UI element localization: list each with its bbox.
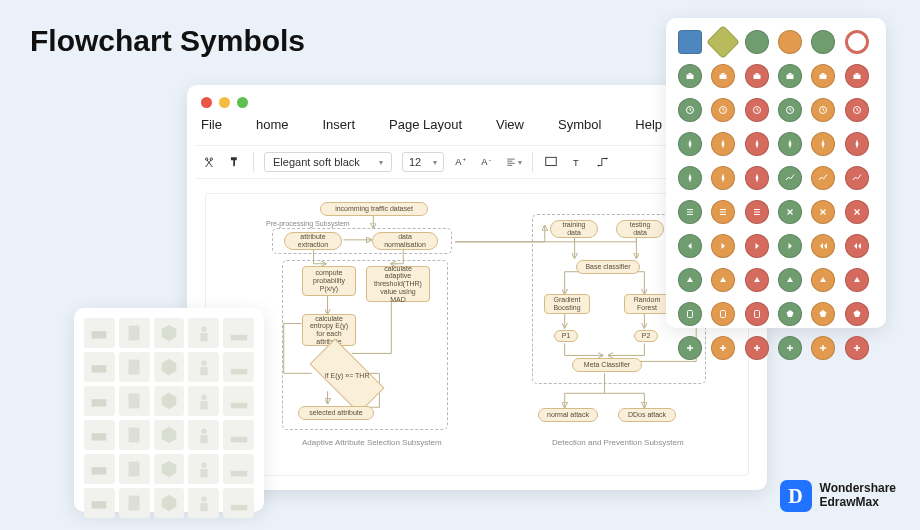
- node-p2[interactable]: P2: [634, 330, 658, 342]
- align-icon[interactable]: ▾: [506, 154, 522, 170]
- clipart-item[interactable]: [154, 454, 185, 484]
- palette-x-icon[interactable]: [811, 200, 835, 224]
- clipart-item[interactable]: [154, 386, 185, 416]
- clipart-item[interactable]: [188, 420, 219, 450]
- palette-clock-icon[interactable]: [745, 98, 769, 122]
- clipart-item[interactable]: [84, 386, 115, 416]
- node-p1[interactable]: P1: [554, 330, 578, 342]
- menu-home[interactable]: home: [256, 117, 289, 132]
- palette-tri-up-icon[interactable]: [711, 268, 735, 292]
- node-ddos[interactable]: DDos attack: [618, 408, 676, 422]
- palette-compass-icon[interactable]: [678, 132, 702, 156]
- palette-shape-circle[interactable]: [811, 30, 835, 54]
- menu-file[interactable]: File: [201, 117, 222, 132]
- palette-plus-icon[interactable]: [778, 336, 802, 360]
- clipart-item[interactable]: [84, 352, 115, 382]
- menu-view[interactable]: View: [496, 117, 524, 132]
- cut-icon[interactable]: [201, 154, 217, 170]
- menu-help[interactable]: Help: [635, 117, 662, 132]
- palette-clock-icon[interactable]: [811, 98, 835, 122]
- palette-pent-icon[interactable]: [778, 302, 802, 326]
- palette-arrow-l-icon[interactable]: [678, 234, 702, 258]
- palette-clock-icon[interactable]: [678, 98, 702, 122]
- clipart-item[interactable]: [223, 318, 254, 348]
- palette-compass-icon[interactable]: [745, 166, 769, 190]
- palette-tri-up-icon[interactable]: [778, 268, 802, 292]
- decrease-font-icon[interactable]: A-: [480, 154, 496, 170]
- palette-shape-circle[interactable]: [745, 30, 769, 54]
- clipart-item[interactable]: [119, 318, 150, 348]
- palette-trend-icon[interactable]: [845, 166, 869, 190]
- palette-shape-circle[interactable]: [778, 30, 802, 54]
- palette-pent-icon[interactable]: [811, 302, 835, 326]
- palette-briefcase-icon[interactable]: [745, 64, 769, 88]
- palette-tri-up-icon[interactable]: [745, 268, 769, 292]
- node-calc-entropy[interactable]: calculate entropy E(y) for each attribut…: [302, 314, 356, 346]
- clipart-item[interactable]: [119, 420, 150, 450]
- connector-tool-icon[interactable]: [595, 154, 611, 170]
- palette-trend-icon[interactable]: [811, 166, 835, 190]
- clipart-item[interactable]: [188, 352, 219, 382]
- window-close-button[interactable]: [201, 97, 212, 108]
- clipart-item[interactable]: [223, 420, 254, 450]
- palette-briefcase-icon[interactable]: [678, 64, 702, 88]
- palette-clock-icon[interactable]: [845, 98, 869, 122]
- palette-clip-icon[interactable]: [678, 302, 702, 326]
- format-painter-icon[interactable]: [227, 154, 243, 170]
- palette-tri-up-icon[interactable]: [678, 268, 702, 292]
- palette-clip-icon[interactable]: [711, 302, 735, 326]
- clipart-item[interactable]: [154, 318, 185, 348]
- window-minimize-button[interactable]: [219, 97, 230, 108]
- clipart-item[interactable]: [154, 488, 185, 518]
- node-rand-forest[interactable]: Random Forest: [624, 294, 670, 314]
- palette-compass-icon[interactable]: [711, 132, 735, 156]
- palette-x-icon[interactable]: [778, 200, 802, 224]
- node-compute-prob[interactable]: compute probability P(x/y): [302, 266, 356, 296]
- clipart-item[interactable]: [188, 488, 219, 518]
- clipart-item[interactable]: [154, 352, 185, 382]
- palette-compass-icon[interactable]: [745, 132, 769, 156]
- palette-clock-icon[interactable]: [711, 98, 735, 122]
- palette-shape-ring[interactable]: [845, 30, 869, 54]
- palette-briefcase-icon[interactable]: [845, 64, 869, 88]
- clipart-item[interactable]: [188, 318, 219, 348]
- palette-tri-up-icon[interactable]: [845, 268, 869, 292]
- node-testing[interactable]: testing data: [616, 220, 664, 238]
- palette-x-icon[interactable]: [845, 200, 869, 224]
- palette-arrow-r-icon[interactable]: [711, 234, 735, 258]
- palette-compass-icon[interactable]: [711, 166, 735, 190]
- palette-compass-icon[interactable]: [845, 132, 869, 156]
- font-family-dropdown[interactable]: Elegant soft black ▾: [264, 152, 392, 172]
- menu-insert[interactable]: Insert: [322, 117, 355, 132]
- palette-pent-icon[interactable]: [845, 302, 869, 326]
- shape-tool-icon[interactable]: [543, 154, 559, 170]
- palette-briefcase-icon[interactable]: [711, 64, 735, 88]
- palette-plus-icon[interactable]: [845, 336, 869, 360]
- palette-list-icon[interactable]: [678, 200, 702, 224]
- palette-shape-roundrect[interactable]: [678, 30, 702, 54]
- palette-rewind-icon[interactable]: [811, 234, 835, 258]
- clipart-item[interactable]: [223, 454, 254, 484]
- menu-symbol[interactable]: Symbol: [558, 117, 601, 132]
- palette-compass-icon[interactable]: [678, 166, 702, 190]
- palette-list-icon[interactable]: [711, 200, 735, 224]
- palette-clock-icon[interactable]: [778, 98, 802, 122]
- palette-compass-icon[interactable]: [778, 132, 802, 156]
- node-data-norm[interactable]: data normalisation: [372, 232, 438, 250]
- menu-page-layout[interactable]: Page Layout: [389, 117, 462, 132]
- node-training[interactable]: training data: [550, 220, 598, 238]
- clipart-item[interactable]: [223, 352, 254, 382]
- node-grad-boost[interactable]: Gradient Boosting: [544, 294, 590, 314]
- clipart-item[interactable]: [84, 488, 115, 518]
- palette-list-icon[interactable]: [745, 200, 769, 224]
- palette-plus-icon[interactable]: [745, 336, 769, 360]
- clipart-item[interactable]: [84, 454, 115, 484]
- palette-briefcase-icon[interactable]: [811, 64, 835, 88]
- palette-arrow-r-icon[interactable]: [778, 234, 802, 258]
- clipart-item[interactable]: [84, 318, 115, 348]
- clipart-item[interactable]: [188, 386, 219, 416]
- clipart-item[interactable]: [154, 420, 185, 450]
- clipart-item[interactable]: [223, 386, 254, 416]
- node-normal[interactable]: normal attack: [538, 408, 598, 422]
- palette-tri-up-icon[interactable]: [811, 268, 835, 292]
